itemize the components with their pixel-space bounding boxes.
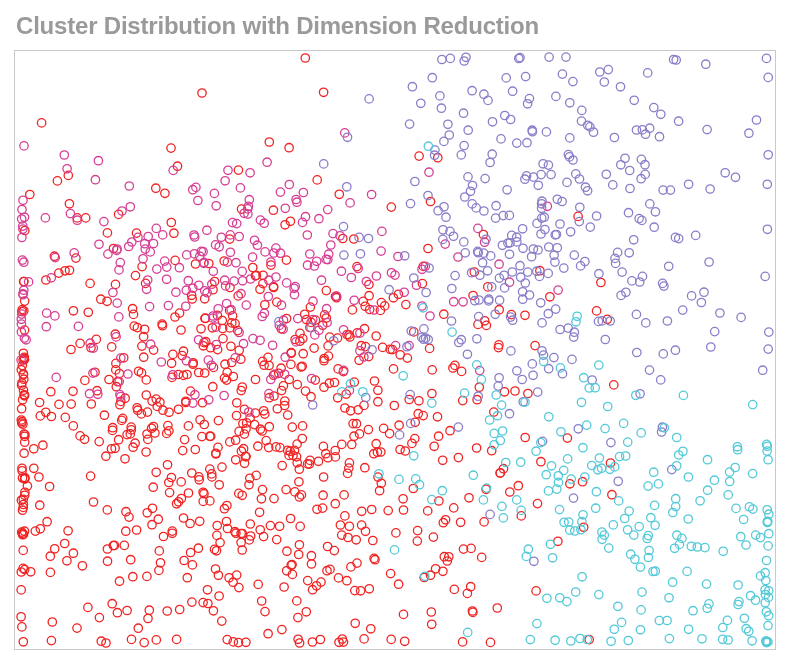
svg-point-88	[351, 586, 359, 594]
svg-point-92	[401, 637, 409, 645]
svg-point-803	[162, 275, 170, 283]
svg-point-1381	[650, 468, 658, 476]
svg-point-7	[84, 603, 92, 611]
svg-point-216	[257, 495, 265, 503]
svg-point-568	[232, 411, 240, 419]
svg-point-1140	[706, 185, 714, 193]
svg-point-1307	[632, 126, 640, 134]
svg-point-625	[330, 378, 338, 386]
svg-point-518	[131, 271, 139, 279]
svg-point-383	[235, 583, 243, 591]
svg-point-424	[270, 392, 278, 400]
svg-point-1280	[578, 106, 586, 114]
svg-point-1275	[596, 68, 604, 76]
svg-point-1187	[564, 324, 572, 332]
svg-point-1177	[528, 360, 536, 368]
svg-point-624	[524, 389, 532, 397]
svg-point-1152	[486, 510, 494, 518]
svg-point-1085	[422, 288, 430, 296]
svg-point-798	[350, 296, 358, 304]
svg-point-1395	[595, 361, 603, 369]
svg-point-1453	[625, 507, 633, 515]
svg-point-1356	[544, 310, 552, 318]
svg-point-349	[418, 279, 426, 287]
svg-point-201	[413, 526, 421, 534]
svg-point-453	[134, 624, 142, 632]
svg-point-1115	[501, 111, 509, 119]
svg-point-1020	[139, 255, 147, 263]
svg-point-1498	[424, 142, 432, 150]
svg-point-225	[163, 461, 171, 469]
svg-point-385	[69, 387, 77, 395]
svg-point-1383	[592, 504, 600, 512]
svg-point-512	[218, 463, 226, 471]
svg-point-680	[103, 229, 111, 237]
svg-point-958	[495, 260, 503, 268]
svg-point-1586	[684, 625, 692, 633]
svg-point-1321	[552, 92, 560, 100]
svg-point-430	[206, 465, 214, 473]
svg-point-1401	[496, 436, 504, 444]
svg-point-1433	[726, 477, 734, 485]
svg-point-1353	[468, 181, 476, 189]
svg-point-12	[72, 254, 80, 262]
svg-point-532	[102, 452, 110, 460]
svg-point-570	[370, 377, 378, 385]
svg-point-485	[307, 560, 315, 568]
svg-point-56	[191, 445, 199, 453]
svg-point-1300	[566, 134, 574, 142]
svg-point-404	[61, 413, 69, 421]
svg-point-294	[143, 509, 151, 517]
svg-point-500	[390, 401, 398, 409]
svg-point-1522	[650, 501, 658, 509]
svg-point-628	[152, 636, 160, 644]
svg-point-756	[365, 292, 373, 300]
svg-point-1517	[624, 636, 632, 644]
svg-point-1296	[604, 65, 612, 73]
svg-point-751	[165, 488, 173, 496]
svg-point-456	[345, 459, 353, 467]
svg-point-335	[184, 489, 192, 497]
svg-point-525	[81, 376, 89, 384]
svg-point-1129	[516, 262, 524, 270]
svg-point-171	[214, 416, 222, 424]
svg-point-557	[233, 399, 241, 407]
svg-point-200	[144, 614, 152, 622]
svg-point-1493	[637, 429, 645, 437]
svg-point-192	[364, 425, 372, 433]
svg-point-1325	[633, 348, 641, 356]
svg-point-728	[167, 144, 175, 152]
svg-point-807	[426, 312, 434, 320]
svg-point-489	[65, 200, 73, 208]
svg-point-760	[261, 301, 269, 309]
svg-point-164	[433, 413, 441, 421]
svg-point-1124	[454, 423, 462, 431]
svg-point-1287	[524, 268, 532, 276]
svg-point-674	[132, 526, 140, 534]
svg-point-1298	[651, 208, 659, 216]
svg-point-27	[429, 533, 437, 541]
svg-point-1211	[538, 319, 546, 327]
svg-point-322	[293, 597, 301, 605]
svg-point-1360	[570, 328, 578, 336]
svg-point-1301	[420, 325, 428, 333]
svg-point-531	[194, 544, 202, 552]
svg-point-970	[306, 250, 314, 258]
svg-point-1046	[544, 161, 552, 169]
svg-point-1355	[518, 225, 526, 233]
svg-point-448	[100, 411, 108, 419]
svg-point-415	[127, 635, 135, 643]
svg-point-1253	[480, 207, 488, 215]
svg-point-1329	[460, 141, 468, 149]
svg-point-498	[424, 507, 432, 515]
series-cluster-violet	[275, 53, 773, 566]
svg-point-965	[299, 188, 307, 196]
svg-point-1041	[395, 431, 403, 439]
svg-point-591	[129, 573, 137, 581]
svg-point-1055	[529, 371, 537, 379]
svg-point-1367	[438, 55, 446, 63]
svg-point-829	[145, 302, 153, 310]
svg-point-1588	[746, 592, 754, 600]
svg-point-923	[281, 204, 289, 212]
svg-point-1189	[442, 213, 450, 221]
